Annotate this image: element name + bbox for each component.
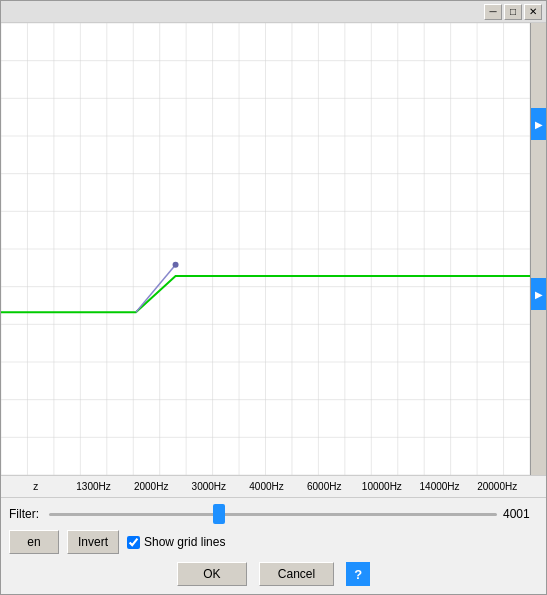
chart-main[interactable]: + dB - dB [1, 23, 530, 475]
freq-label: 2000Hz [122, 481, 180, 492]
freq-label: 1300Hz [65, 481, 123, 492]
chart-area: + dB - dB ▶ ▶ [1, 23, 546, 475]
freq-labels-container: z1300Hz2000Hz3000Hz4000Hz6000Hz10000Hz14… [3, 481, 546, 492]
filter-slider-container [49, 504, 497, 524]
freq-label: 20000Hz [468, 481, 526, 492]
maximize-button[interactable]: □ [504, 4, 522, 20]
scroll-down-button[interactable]: ▶ [531, 278, 547, 310]
slider-track [49, 513, 497, 516]
freq-label: 10000Hz [353, 481, 411, 492]
title-bar: ─ □ ✕ [1, 1, 546, 23]
scroll-up-button[interactable]: ▶ [531, 108, 547, 140]
filter-label: Filter: [9, 507, 43, 521]
filter-value: 4001 [503, 507, 538, 521]
close-button[interactable]: ✕ [524, 4, 542, 20]
enable-button[interactable]: en [9, 530, 59, 554]
chart-scrollbar: ▶ ▶ [530, 23, 546, 475]
controls-area: Filter: 4001 en Invert Show grid lines O… [1, 497, 546, 594]
invert-button[interactable]: Invert [67, 530, 119, 554]
frequency-axis: z1300Hz2000Hz3000Hz4000Hz6000Hz10000Hz14… [1, 475, 546, 497]
freq-label: 6000Hz [295, 481, 353, 492]
show-grid-text: Show grid lines [144, 535, 225, 549]
filter-row: Filter: 4001 [9, 504, 538, 524]
ok-button[interactable]: OK [177, 562, 247, 586]
main-window: ─ □ ✕ + dB - dB ▶ ▶ z1300Hz2000Hz3000Hz4… [0, 0, 547, 595]
freq-label: 3000Hz [180, 481, 238, 492]
cancel-button[interactable]: Cancel [259, 562, 334, 586]
frequency-chart[interactable] [1, 23, 530, 475]
freq-label: z [7, 481, 65, 492]
help-button[interactable]: ? [346, 562, 370, 586]
freq-label: 4000Hz [238, 481, 296, 492]
minimize-button[interactable]: ─ [484, 4, 502, 20]
freq-label: 14000Hz [411, 481, 469, 492]
filter-slider-thumb[interactable] [213, 504, 225, 524]
dialog-buttons: OK Cancel ? [9, 556, 538, 590]
bottom-row: en Invert Show grid lines [9, 530, 538, 554]
show-grid-checkbox[interactable] [127, 536, 140, 549]
show-grid-label[interactable]: Show grid lines [127, 535, 225, 549]
